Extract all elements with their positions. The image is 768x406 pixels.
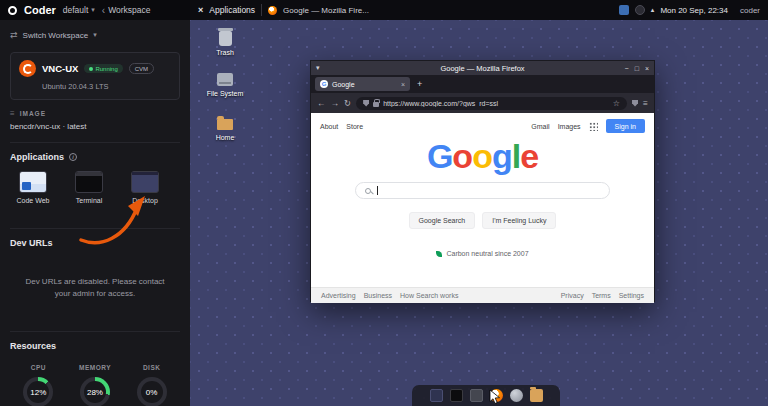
web-globe-icon[interactable] — [510, 389, 523, 402]
store-link[interactable]: Store — [346, 123, 363, 130]
terminal-icon — [75, 171, 103, 193]
dev-urls-message: Dev URLs are disabled. Please contact yo… — [20, 276, 170, 299]
desktop-icon-label: File System — [198, 90, 252, 97]
app-tile-code-web[interactable]: Code Web — [10, 171, 56, 204]
panel-separator — [261, 4, 262, 16]
carbon-neutral-row: Carbon neutral since 2007 — [311, 250, 654, 257]
bookmark-star-icon[interactable]: ☆ — [613, 99, 620, 108]
panel-caret-icon[interactable]: ▴ — [651, 6, 655, 14]
gmail-link[interactable]: Gmail — [531, 123, 549, 130]
dev-urls-title: Dev URLs — [10, 238, 180, 248]
gauge-label: CPU — [16, 364, 60, 371]
applications-menu[interactable]: Applications — [209, 5, 255, 15]
navigation-bar: ← → ↻ https://www.google.com/?gws_rd=ssl… — [311, 93, 654, 113]
disk-gauge-ring: 0% — [137, 377, 167, 406]
firefox-icon — [268, 6, 277, 15]
terms-link[interactable]: Terms — [592, 292, 611, 299]
trash-icon — [219, 31, 232, 46]
terminal-launcher-icon[interactable] — [450, 389, 463, 402]
tracking-shield-icon[interactable] — [363, 100, 369, 107]
panel-username: coder — [740, 6, 760, 15]
gauge-memory: MEMORY 28% — [73, 364, 117, 406]
image-section: ≡ IMAGE bencdr/vnc-ux · latest — [10, 109, 180, 143]
gauge-value: 0% — [146, 388, 158, 397]
gauge-value: 12% — [30, 388, 46, 397]
coder-sidebar: ⇄ Switch Workspace ▾ VNC-UX Running CVM … — [0, 20, 190, 406]
tab-close-icon[interactable]: × — [401, 81, 405, 88]
desktop-icon-home[interactable]: Home — [198, 117, 252, 141]
firefox-window: ▾ Google — Mozilla Firefox − □ × G Googl… — [310, 60, 655, 302]
chevron-down-icon: ▾ — [91, 6, 95, 14]
breadcrumb-workspace[interactable]: ‹ Workspace — [102, 5, 151, 16]
breadcrumb-label: Workspace — [108, 5, 150, 15]
switch-icon: ⇄ — [10, 30, 18, 40]
extension-shield-icon[interactable] — [632, 100, 638, 107]
reload-button[interactable]: ↻ — [344, 99, 351, 108]
images-link[interactable]: Images — [558, 123, 581, 130]
workspace-name: VNC-UX — [42, 63, 78, 74]
org-selector[interactable]: default ▾ — [63, 5, 95, 15]
minimize-button[interactable]: − — [625, 65, 629, 72]
status-badge: Running — [84, 64, 122, 73]
file-manager-icon[interactable] — [470, 389, 483, 402]
back-button[interactable]: ← — [317, 99, 326, 108]
firefox-titlebar[interactable]: ▾ Google — Mozilla Firefox − □ × — [311, 61, 654, 75]
footer-links-left: AdvertisingBusinessHow Search works — [321, 292, 466, 299]
settings-link[interactable]: Settings — [619, 292, 644, 299]
text-cursor — [377, 186, 378, 195]
applications-section: Applications i Code Web Terminal Desktop — [10, 143, 180, 229]
status-dot-icon — [89, 67, 93, 71]
business-link[interactable]: Business — [364, 292, 392, 299]
browser-tab-google[interactable]: G Google × — [315, 77, 410, 91]
search-buttons: Google Search I'm Feeling Lucky — [311, 212, 654, 229]
show-desktop-icon[interactable] — [430, 389, 443, 402]
desktop-icon-trash[interactable]: Trash — [198, 31, 252, 56]
firefox-launcher-icon[interactable] — [490, 389, 503, 402]
vnc-desktop: Trash File System Home ▾ Google — Mozill… — [190, 20, 768, 406]
advertising-link[interactable]: Advertising — [321, 292, 356, 299]
app-tile-terminal[interactable]: Terminal — [66, 171, 112, 204]
status-label: Running — [95, 66, 117, 72]
tray-display-icon[interactable] — [619, 5, 629, 15]
how-search-works-link[interactable]: How Search works — [400, 292, 458, 299]
sign-in-button[interactable]: Sign in — [606, 119, 645, 133]
url-text[interactable]: https://www.google.com/?gws_rd=ssl — [383, 100, 609, 107]
app-tile-desktop[interactable]: Desktop — [122, 171, 168, 204]
forward-button[interactable]: → — [331, 99, 340, 108]
tab-bar: G Google × + — [311, 75, 654, 93]
search-icon — [365, 188, 371, 194]
switch-workspace-label: Switch Workspace — [23, 31, 89, 40]
maximize-button[interactable]: □ — [635, 65, 639, 72]
google-header: About Store Gmail Images Sign in — [311, 113, 654, 133]
url-bar[interactable]: https://www.google.com/?gws_rd=ssl ☆ — [356, 97, 627, 110]
close-button[interactable]: × — [645, 65, 649, 72]
gauge-cpu: CPU 12% — [16, 364, 60, 406]
cvm-badge: CVM — [129, 63, 154, 74]
menu-icon[interactable]: ≡ — [643, 99, 648, 108]
window-controls: − □ × — [625, 65, 649, 72]
footer-links-right: PrivacyTermsSettings — [553, 292, 644, 299]
panel-clock[interactable]: Mon 20 Sep, 22:34 — [660, 6, 728, 15]
google-apps-grid-icon[interactable] — [589, 122, 598, 131]
privacy-link[interactable]: Privacy — [561, 292, 584, 299]
about-link[interactable]: About — [320, 123, 338, 130]
carbon-neutral-link[interactable]: Carbon neutral since 2007 — [446, 250, 528, 257]
new-tab-button[interactable]: + — [414, 79, 425, 89]
logo-letter: o — [472, 137, 492, 175]
google-search-button[interactable]: Google Search — [409, 212, 476, 229]
coder-logo-icon — [8, 6, 17, 15]
tray-notifications-icon[interactable] — [635, 5, 645, 15]
feeling-lucky-button[interactable]: I'm Feeling Lucky — [482, 212, 556, 229]
desktop-icon-filesystem[interactable]: File System — [198, 72, 252, 97]
workspace-card[interactable]: VNC-UX Running CVM Ubuntu 20.04.3 LTS — [10, 52, 180, 100]
google-page: About Store Gmail Images Sign in Google — [311, 113, 654, 303]
tab-label: Google — [332, 81, 397, 88]
info-icon[interactable]: i — [69, 153, 77, 161]
search-input[interactable] — [355, 182, 610, 199]
folder-launcher-icon[interactable] — [530, 389, 543, 402]
window-title: Google — Mozilla Firefox — [311, 64, 654, 73]
switch-workspace-link[interactable]: ⇄ Switch Workspace ▾ — [10, 30, 180, 40]
chevron-left-icon: ‹ — [102, 5, 105, 16]
taskbar-window-button[interactable]: Google — Mozilla Fire... — [283, 6, 369, 15]
logo-letter: G — [427, 137, 452, 175]
